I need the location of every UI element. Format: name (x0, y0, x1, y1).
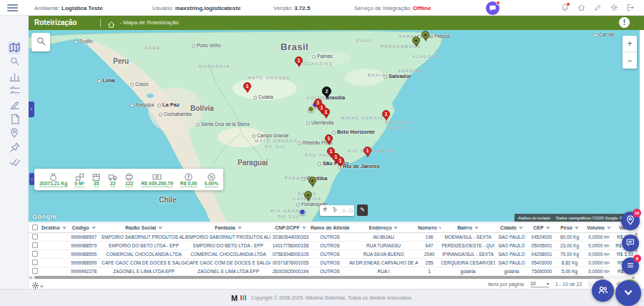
filter-icon[interactable] (439, 227, 441, 230)
row-checkbox[interactable] (32, 268, 38, 274)
keyboard-shortcuts-link[interactable]: Atalhos do teclado (518, 216, 550, 220)
map-attribution: Atalhos do teclado Dados cartográficos ©… (514, 214, 634, 222)
row-checkbox[interactable] (32, 242, 38, 248)
select-all-header[interactable] (29, 223, 42, 232)
pan-hand-icon[interactable] (322, 207, 328, 214)
map-marker-red[interactable]: 1 (322, 108, 330, 116)
column-header-peso[interactable]: Peso (555, 223, 584, 232)
map-marker-green-star[interactable] (421, 31, 429, 39)
truck-icon (108, 172, 117, 181)
gear-icon (610, 3, 618, 14)
sidebar-item-approvals[interactable] (8, 156, 21, 169)
home-button[interactable] (577, 3, 586, 12)
column-header-cidade[interactable]: Cidade (495, 223, 528, 232)
table-settings-button[interactable]: ‹‹ (31, 280, 44, 292)
filter-icon[interactable] (302, 227, 306, 230)
column-header-c-digo[interactable]: Código (66, 223, 102, 232)
breadcrumb-home-icon[interactable] (107, 19, 115, 26)
zoom-in-button[interactable]: + (623, 36, 637, 52)
sidebar-item-reports[interactable] (8, 70, 21, 83)
column-header-n-mero[interactable]: Número (418, 223, 441, 232)
sidebar-item-checklist[interactable] (8, 84, 21, 97)
column-header-ramo-de-atividade[interactable]: Ramo de Atividade (311, 223, 349, 232)
scroll-left-arrow[interactable]: ◂ (29, 275, 31, 280)
scrollbar-thumb[interactable] (34, 276, 604, 279)
sidebar-item-routes[interactable] (8, 142, 21, 154)
notifications-button[interactable] (560, 3, 570, 12)
column-header-cnpj-cpf[interactable]: CNPJ/CPF (270, 223, 311, 232)
map-search-button[interactable] (31, 33, 50, 51)
edit-button[interactable] (593, 3, 602, 12)
sidebar-item-points[interactable] (8, 127, 21, 140)
column-header-volume[interactable]: Volume (584, 223, 614, 232)
filter-icon[interactable] (519, 227, 523, 230)
map-marker-red[interactable]: 1 (336, 157, 344, 164)
filter-icon[interactable] (546, 227, 550, 230)
row-checkbox[interactable] (32, 260, 38, 265)
panel-toggle-chevron[interactable]: › (29, 102, 34, 117)
table-row[interactable]: 9999988579EMPORIO DO BETO LTDA - EPPEMPO… (29, 241, 633, 250)
map-marker-red[interactable]: 1 (364, 147, 371, 154)
table-row[interactable]: 9999988599CAFE CAOC COM.DE DOCES E SALGA… (29, 258, 633, 267)
stats-collapse-chevron[interactable]: ‹ (29, 173, 34, 185)
map-marker-green-star[interactable] (304, 191, 312, 199)
filter-icon[interactable] (575, 227, 579, 230)
map-marker-green-star[interactable] (308, 177, 316, 184)
items-per-page-select[interactable]: 10▾ (530, 281, 549, 287)
filter-icon[interactable] (62, 227, 66, 230)
filter-icon[interactable] (474, 227, 479, 230)
table-cell: 1 (418, 267, 441, 275)
table-row[interactable]: 9999988595COMERCIAL CHOCOLANDIA LTDACOME… (29, 250, 633, 258)
map-marker-green-star[interactable] (412, 36, 420, 44)
column-header-bairro[interactable]: Bairro (441, 223, 495, 232)
zoom-out-button[interactable]: − (623, 52, 637, 69)
table-cell: goiania (441, 267, 495, 275)
row-checkbox[interactable] (32, 234, 38, 240)
sidebar-item-documents[interactable] (8, 113, 21, 126)
row-checkbox[interactable] (32, 251, 38, 257)
sidebar-item-map[interactable] (8, 41, 21, 54)
column-header-fantasia[interactable]: Fantasia (186, 223, 270, 232)
filter-icon[interactable] (158, 227, 162, 230)
table-cell: 20360544000333 (270, 232, 311, 241)
column-header-destino[interactable]: Destino (42, 223, 66, 232)
select-all-checkbox[interactable] (32, 224, 38, 230)
filter-icon[interactable] (394, 227, 398, 230)
map-marker-olive-dot[interactable] (308, 106, 314, 112)
draw-pencil-button[interactable]: ✎ (357, 204, 368, 216)
map-marker-red[interactable]: 1 (243, 82, 251, 90)
column-header-endere-o[interactable]: Endereço (349, 223, 418, 232)
stat-item: R$ 0,00 (180, 172, 197, 187)
message-fab[interactable] (622, 235, 639, 252)
circle-select-icon[interactable]: ○ (342, 208, 346, 214)
table-horizontal-scrollbar[interactable]: ◂ ▸ (29, 275, 635, 280)
column-header-raz-o-social[interactable]: Razão Social (102, 223, 186, 232)
filter-icon[interactable] (607, 227, 611, 230)
map-marker-red[interactable]: 1 (295, 56, 303, 64)
sidebar-item-search[interactable] (8, 56, 21, 69)
column-header-cep[interactable]: CEP (528, 223, 555, 232)
filter-icon[interactable] (92, 227, 96, 230)
rect-select-icon[interactable]: □ (349, 208, 353, 214)
settings-button[interactable] (610, 3, 619, 12)
hamburger-menu-icon[interactable] (7, 4, 18, 11)
alert-button[interactable]: ! (619, 17, 630, 28)
filter-icon[interactable] (238, 227, 242, 230)
map-zoom-control: + − (623, 36, 637, 69)
chat-fab[interactable] (486, 1, 499, 15)
map-marker-red[interactable]: 1 (382, 110, 390, 118)
header-field: Usuário:maxstring.logisticateste (152, 5, 240, 11)
logout-button[interactable] (626, 3, 635, 12)
cursor-select-icon[interactable] (332, 207, 338, 214)
map-marker-blue-dot[interactable] (299, 209, 306, 215)
users-fab[interactable] (592, 280, 614, 302)
scroll-right-arrow[interactable]: ▸ (633, 275, 635, 280)
collapse-fab[interactable] (615, 280, 641, 306)
map-canvas[interactable]: Brasil Peru Bolívia Paraguai Chile ACRE … (29, 30, 640, 222)
copyright-text: Copyright © 2008-2025. Máxima Sistemas. … (251, 295, 413, 300)
table-row[interactable]: 9999988597EMPORIO SABORNUT PRODUTOS ALIM… (29, 232, 633, 241)
map-marker-black[interactable]: 2 (322, 87, 331, 96)
table-row[interactable]: 9999992278ZAGONEL E LIMA LTDA EPPZAGONEL… (29, 267, 633, 275)
map-marker-red[interactable]: 1 (325, 134, 333, 142)
sidebar-item-edit[interactable] (8, 99, 21, 112)
